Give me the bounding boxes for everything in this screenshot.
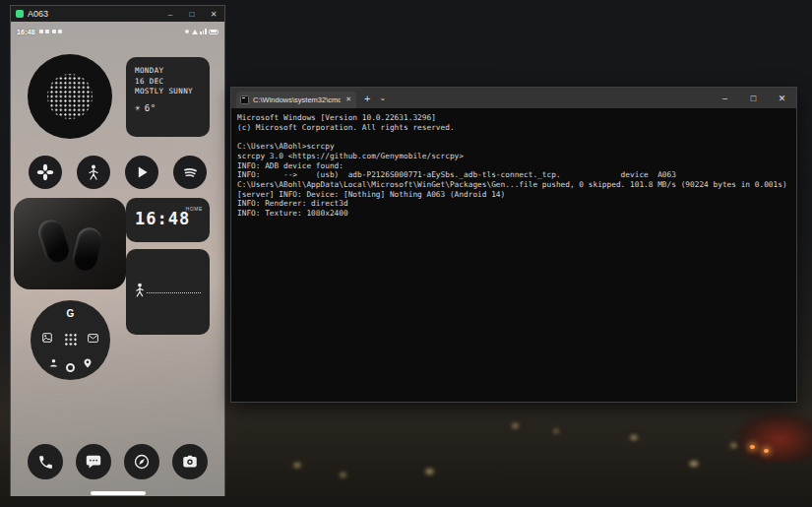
app-icon-play-store[interactable] — [125, 156, 158, 189]
notification-icons — [39, 30, 63, 33]
google-g-icon: G — [67, 308, 75, 319]
wallpaper-light — [630, 435, 638, 440]
dock-camera-app[interactable] — [172, 444, 208, 479]
desktop: A063 – □ ✕ 16:48 — [0, 0, 812, 507]
wallpaper-light — [340, 473, 346, 477]
signal-icon — [200, 29, 207, 34]
terminal-tab[interactable]: C:\Windows\system32\cmd.e ✕ — [236, 92, 356, 108]
pedometer-widget[interactable] — [126, 249, 210, 335]
phone-icon — [37, 454, 54, 471]
terminal-close-button[interactable]: ✕ — [768, 88, 796, 108]
spotify-icon — [180, 162, 200, 182]
battery-icon — [209, 30, 219, 34]
app-grid-icon — [64, 333, 77, 346]
clock-time: 16:48 — [135, 209, 190, 228]
phone-screen[interactable]: 16:48 MONDAY — [11, 22, 224, 496]
wallpaper-light — [425, 469, 434, 475]
weather-day: MONDAY — [135, 66, 202, 77]
wifi-icon — [192, 30, 198, 34]
compass-icon — [133, 453, 151, 471]
terminal-output: Microsoft Windows [Version 10.0.22631.32… — [237, 113, 790, 219]
app-icon-figure[interactable] — [77, 156, 110, 189]
dock-browser-app[interactable] — [124, 444, 159, 479]
cmd-icon — [240, 95, 249, 104]
weather-temp: 6° — [145, 103, 156, 114]
nfc-icon — [185, 30, 189, 33]
scrcpy-window-title: A063 — [28, 9, 48, 19]
tab-dropdown-button[interactable]: ⌄ — [379, 94, 386, 102]
dock-phone-app[interactable] — [28, 444, 63, 479]
wallpaper-light — [512, 423, 519, 428]
scrcpy-minimize-button[interactable]: – — [159, 6, 181, 22]
earbud-right — [70, 225, 104, 274]
lens-icon — [66, 363, 75, 372]
notification-icon — [58, 30, 62, 33]
sun-icon: ☀ — [135, 103, 141, 114]
scrcpy-maximize-button[interactable]: □ — [181, 6, 203, 22]
system-status-icons — [185, 29, 219, 34]
terminal-titlebar[interactable]: C:\Windows\system32\cmd.e ✕ + ⌄ – □ ✕ — [231, 88, 796, 108]
earbud-left — [35, 217, 72, 266]
contacts-person-icon — [49, 358, 58, 367]
terminal-maximize-button[interactable]: □ — [739, 88, 768, 108]
wallpaper-light — [553, 429, 559, 433]
person-figure-icon — [84, 162, 103, 182]
maps-pin-icon — [84, 358, 92, 368]
tab-close-button[interactable]: ✕ — [344, 95, 352, 103]
terminal-minimize-button[interactable]: – — [711, 88, 739, 108]
pedometer-path — [147, 292, 201, 293]
notification-icon — [45, 30, 49, 33]
truck-light — [764, 449, 769, 453]
clock-widget[interactable]: 16:48 HOME — [126, 198, 210, 242]
weather-condition: MOSTLY SUNNY — [135, 87, 202, 97]
app-icon-spotify[interactable] — [173, 156, 207, 189]
terminal-body[interactable]: Microsoft Windows [Version 10.0.22631.32… — [231, 108, 796, 402]
weather-widget[interactable]: MONDAY 16 DEC MOSTLY SUNNY ☀ 6° — [126, 57, 210, 137]
gmail-icon — [88, 334, 98, 343]
camera-icon — [181, 453, 199, 471]
scrcpy-app-icon — [16, 10, 24, 18]
scrcpy-titlebar[interactable]: A063 – □ ✕ — [11, 6, 224, 22]
chat-bubble-icon — [85, 453, 102, 471]
new-tab-button[interactable]: + — [364, 93, 370, 104]
terminal-window: C:\Windows\system32\cmd.e ✕ + ⌄ – □ ✕ Mi… — [230, 87, 797, 403]
phone-status-bar: 16:48 — [17, 27, 219, 36]
earbuds-widget[interactable] — [14, 198, 126, 289]
scrcpy-close-button[interactable]: ✕ — [203, 6, 224, 22]
notification-icon — [39, 30, 43, 33]
walking-figure-icon — [134, 283, 146, 298]
weather-date: 16 DEC — [135, 77, 202, 88]
photos-icon — [42, 333, 52, 343]
play-triangle-icon — [132, 162, 152, 182]
wallpaper-light — [293, 463, 301, 468]
dot-matrix-pattern — [47, 74, 93, 119]
home-indicator[interactable] — [91, 491, 146, 495]
wallpaper-truck — [736, 412, 812, 463]
wallpaper-light — [689, 461, 699, 467]
pinwheel-icon — [35, 162, 55, 182]
scrcpy-window: A063 – □ ✕ 16:48 — [10, 5, 225, 496]
phone-status-time: 16:48 — [17, 29, 35, 35]
clock-location-label: HOME — [186, 206, 203, 212]
dot-matrix-widget[interactable] — [28, 54, 112, 139]
notification-icon — [52, 30, 56, 33]
app-icon-pinwheel[interactable] — [29, 156, 62, 189]
dock-messages-app[interactable] — [76, 444, 111, 479]
google-folder[interactable]: G — [31, 300, 110, 380]
truck-light — [750, 445, 755, 449]
terminal-tab-title: C:\Windows\system32\cmd.e — [253, 95, 341, 104]
